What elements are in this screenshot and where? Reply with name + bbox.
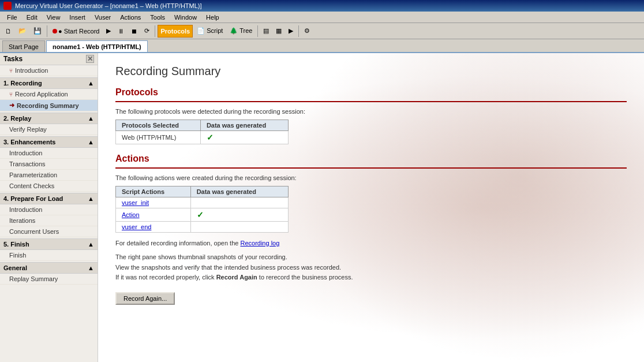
actions-table: Script Actions Data was generated vuser_…	[115, 186, 289, 233]
start-record-button[interactable]: ● Start Record	[50, 25, 102, 38]
info-text-block: The right pane shows thumbnail snapshots…	[115, 252, 627, 283]
checkmark-icon: ✓	[207, 133, 214, 142]
refresh-button[interactable]: ⟳	[141, 25, 152, 38]
separator-1	[47, 25, 47, 37]
main-layout: Tasks ✕ ⑂ Introduction 1. Recording ▲ ⑂ …	[0, 53, 644, 362]
stop-button[interactable]: ⏹	[128, 25, 140, 38]
action-check-3	[190, 222, 288, 233]
actions-col-2: Data was generated	[190, 186, 288, 197]
sidebar-item-verify-replay[interactable]: Verify Replay	[0, 124, 98, 135]
play-button[interactable]: ▶	[103, 25, 114, 38]
sidebar-item-iterations[interactable]: Iterations	[0, 215, 98, 226]
sidebar-section-general[interactable]: General ▲	[0, 262, 98, 274]
app-icon	[3, 2, 12, 10]
collapse-icon: ▲	[88, 195, 94, 202]
vuser-init-link[interactable]: vuser_init	[122, 199, 149, 206]
sidebar-item-finish[interactable]: Finish	[0, 250, 98, 261]
menu-edit[interactable]: Edit	[22, 13, 42, 22]
sidebar-item-replay-summary[interactable]: Replay Summary	[0, 274, 98, 285]
vuser-end-link[interactable]: vuser_end	[122, 223, 151, 230]
actions-col-1: Script Actions	[116, 186, 191, 197]
menu-insert[interactable]: Insert	[65, 13, 90, 22]
recording-log-link[interactable]: Recording log	[240, 240, 279, 247]
sidebar-item-label: Verify Replay	[9, 126, 47, 133]
tab-bar: Start Page noname1 - Web (HTTP/HTML)	[0, 39, 644, 53]
settings-button[interactable]: ⚙	[301, 25, 313, 38]
new-button[interactable]: 🗋	[2, 25, 14, 38]
record-again-button[interactable]: Record Again...	[115, 292, 175, 305]
tree-button[interactable]: 🌲 Tree	[227, 25, 255, 38]
table-row: Web (HTTP/HTML) ✓	[116, 131, 289, 144]
sidebar-item-parameterization[interactable]: Parameterization	[0, 170, 98, 181]
sidebar-item-label: Content Checks	[9, 182, 54, 189]
sidebar-section-enhancements[interactable]: 3. Enhancements ▲	[0, 136, 98, 148]
sidebar-section-prepare[interactable]: 4. Prepare For Load ▲	[0, 193, 98, 204]
title-text: Mercury Virtual User Generator – [noname…	[15, 2, 202, 9]
arrow-icon: ➜	[9, 102, 14, 109]
protocol-check: ✓	[200, 131, 288, 144]
tab-noname1[interactable]: noname1 - Web (HTTP/HTML)	[46, 40, 148, 52]
separator-4	[298, 25, 299, 37]
open-button[interactable]: 📂	[16, 25, 29, 38]
sidebar-item-recording-summary[interactable]: ➜ Recording Summary	[0, 100, 98, 111]
menu-tools[interactable]: Tools	[145, 13, 170, 22]
pause-button[interactable]: ⏸	[115, 25, 127, 38]
tasks-button[interactable]: Protocols	[158, 25, 193, 38]
separator-2	[155, 25, 155, 37]
info-line-2: View the snapshots and verify that the i…	[115, 263, 627, 273]
sidebar-item-label: Transactions	[9, 161, 46, 167]
sidebar-item-record-app[interactable]: ⑂ Record Application	[0, 89, 98, 100]
menu-window[interactable]: Window	[170, 13, 201, 22]
table-row: vuser_end	[116, 222, 289, 233]
view3-button[interactable]: ▶	[286, 25, 296, 38]
view1-button[interactable]: ▤	[260, 25, 272, 38]
title-bar: Mercury Virtual User Generator – [noname…	[0, 0, 644, 12]
collapse-icon: ▲	[88, 80, 94, 87]
separator-3	[257, 25, 258, 37]
collapse-icon: ▲	[88, 115, 94, 122]
sidebar-item-label: Introduction	[9, 150, 42, 156]
action-check-1	[190, 197, 288, 208]
sidebar-item-intro-top[interactable]: ⑂ Introduction	[0, 65, 98, 76]
info-line-1: The right pane shows thumbnail snapshots…	[115, 252, 627, 263]
record-dot-icon	[53, 29, 57, 33]
start-record-label: ● Start Record	[58, 28, 99, 35]
fork-icon: ⑂	[9, 68, 13, 74]
sidebar-item-content-checks[interactable]: Content Checks	[0, 181, 98, 192]
sidebar-item-label: Introduction	[9, 206, 42, 213]
menu-vuser[interactable]: Vuser	[90, 13, 115, 22]
recording-log-text: For detailed recording information, open…	[115, 240, 627, 247]
sidebar-section-recording[interactable]: 1. Recording ▲	[0, 77, 98, 89]
menu-view[interactable]: View	[42, 13, 65, 22]
sidebar-item-label: Record Application	[15, 91, 68, 98]
save-button[interactable]: 💾	[31, 25, 44, 38]
tasks-label: Protocols	[160, 28, 190, 35]
menu-help[interactable]: Help	[201, 13, 224, 22]
sidebar-item-label: Recording Summary	[17, 102, 79, 109]
sidebar-item-concurrent-users[interactable]: Concurrent Users	[0, 226, 98, 237]
actions-divider	[115, 167, 627, 169]
action-action: Action	[116, 208, 191, 222]
sidebar-close-button[interactable]: ✕	[86, 55, 94, 63]
protocols-col-1: Protocols Selected	[116, 120, 201, 131]
protocols-section-title: Protocols	[115, 87, 627, 98]
view2-button[interactable]: ▦	[273, 25, 284, 38]
sidebar-section-replay[interactable]: 2. Replay ▲	[0, 113, 98, 124]
sidebar-section-finish[interactable]: 5. Finish ▲	[0, 238, 98, 250]
action-vuser-init: vuser_init	[116, 197, 191, 208]
sidebar-item-transactions[interactable]: Transactions	[0, 159, 98, 170]
sidebar-item-label: Concurrent Users	[9, 228, 59, 235]
menu-file[interactable]: File	[2, 13, 22, 22]
action-link[interactable]: Action	[122, 211, 140, 218]
action-check-2: ✓	[190, 208, 288, 222]
sidebar-item-intro-prep[interactable]: Introduction	[0, 204, 98, 215]
tab-start-page[interactable]: Start Page	[2, 40, 45, 52]
page-title: Recording Summary	[115, 65, 627, 78]
collapse-icon: ▲	[88, 264, 94, 271]
script-button[interactable]: 📄 Script	[194, 25, 226, 38]
table-row: vuser_init	[116, 197, 289, 208]
sidebar-item-intro-enh[interactable]: Introduction	[0, 148, 98, 159]
menu-actions[interactable]: Actions	[115, 13, 145, 22]
protocols-description: The following protocols were detected du…	[115, 108, 627, 115]
toolbar: 🗋 📂 💾 ● Start Record ▶ ⏸ ⏹ ⟳ Protocols 📄…	[0, 23, 644, 39]
